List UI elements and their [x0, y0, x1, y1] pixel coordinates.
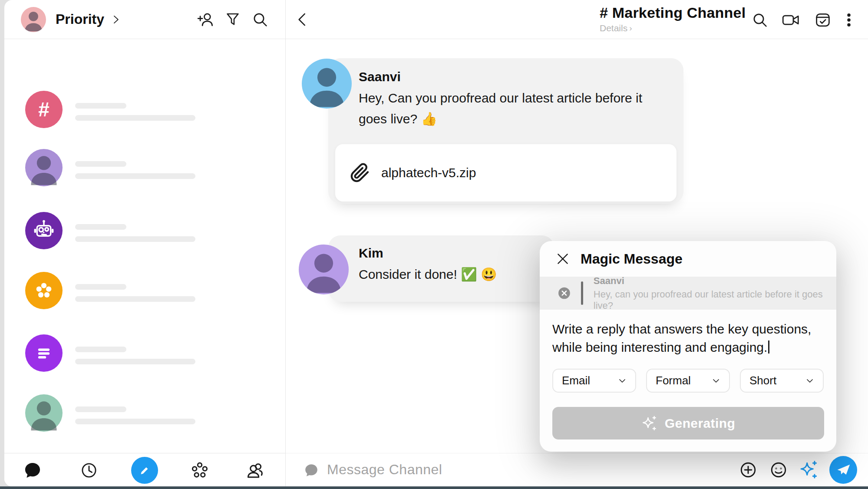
- remove-quote-icon[interactable]: [557, 286, 571, 301]
- hash-channel-avatar: #: [25, 91, 63, 128]
- emoji-icon[interactable]: [769, 461, 788, 479]
- list-item-channel[interactable]: #: [25, 91, 268, 128]
- compose-active-circle: [131, 457, 158, 484]
- list-item-app[interactable]: [25, 272, 268, 309]
- skeleton-subtitle: [75, 359, 195, 364]
- person-silhouette-icon: [21, 7, 46, 32]
- tab-history[interactable]: [72, 453, 106, 486]
- skeleton-title: [75, 284, 126, 290]
- search-icon[interactable]: [751, 11, 769, 29]
- clock-icon: [80, 461, 98, 479]
- attachment-card[interactable]: alphatech-v5.zip: [335, 144, 677, 202]
- feed-avatar: [25, 334, 63, 372]
- tab-compose[interactable]: [127, 453, 162, 486]
- sparkles-icon: [641, 415, 658, 432]
- skeleton-title: [75, 161, 126, 167]
- person-avatar: [25, 394, 63, 432]
- send-button[interactable]: [829, 456, 857, 484]
- video-call-icon[interactable]: [781, 11, 801, 29]
- paperclip-icon: [350, 163, 370, 183]
- robot-avatar: [25, 212, 63, 249]
- attachment-filename: alphatech-v5.zip: [381, 165, 476, 180]
- format-dropdown[interactable]: Email: [552, 369, 636, 393]
- person-silhouette-icon: [302, 59, 352, 109]
- chat-area: Saanvi Hey, Can you proofread our latest…: [286, 39, 868, 453]
- person-avatar: [25, 149, 63, 186]
- message-text: Hey, Can you proofread our latest articl…: [359, 88, 670, 129]
- skeleton-subtitle: [75, 115, 195, 121]
- filter-icon[interactable]: [224, 11, 241, 28]
- paper-plane-icon: [835, 462, 851, 478]
- magic-panel-title: Magic Message: [581, 251, 683, 267]
- person-silhouette-icon: [25, 149, 63, 186]
- list-item-bot[interactable]: [25, 212, 268, 249]
- app-window: Priority #: [4, 0, 868, 486]
- person-silhouette-icon: [25, 394, 63, 432]
- list-item-person[interactable]: [25, 149, 268, 186]
- message-author: Saanvi: [359, 69, 670, 84]
- option-row: Email Formal Short: [552, 369, 836, 393]
- message-bubble-icon: [304, 463, 319, 478]
- message-bubble: Kim Consider it done! ✅ 😃: [328, 235, 554, 302]
- prompt-input[interactable]: Write a reply that answers the key quest…: [552, 320, 824, 357]
- chevron-down-icon: [805, 376, 815, 386]
- tab-apps[interactable]: [182, 453, 217, 486]
- message-composer[interactable]: Message Channel: [286, 453, 868, 486]
- app-screen: Priority #: [0, 0, 868, 489]
- quoted-message: Saanvi Hey, can you proofread our latest…: [540, 277, 836, 310]
- add-person-icon[interactable]: [197, 11, 214, 28]
- kebab-menu-icon[interactable]: [840, 11, 858, 29]
- list-item-feed[interactable]: [25, 334, 268, 372]
- dots-cluster-icon: [190, 461, 209, 480]
- search-icon[interactable]: [251, 11, 269, 28]
- message-bubble: Saanvi Hey, Can you proofread our latest…: [328, 58, 683, 204]
- message-author: Kim: [359, 246, 541, 261]
- sparkles-icon[interactable]: [799, 460, 819, 480]
- feed-lines-icon: [32, 341, 56, 365]
- quote-bar: [581, 281, 583, 305]
- sidebar-tabbar: [4, 453, 285, 486]
- quote-text: Hey, can you proofread our latest articl…: [594, 289, 836, 311]
- bottom-accent-strip: [0, 486, 868, 489]
- chevron-right-icon[interactable]: [110, 14, 122, 25]
- tasks-icon[interactable]: [814, 11, 832, 29]
- magic-panel-header: Magic Message: [540, 241, 836, 277]
- sidebar-header: Priority: [4, 0, 285, 39]
- user-avatar[interactable]: [21, 7, 46, 32]
- skeleton-subtitle: [75, 236, 195, 242]
- list-item-person[interactable]: [25, 394, 268, 432]
- tone-dropdown[interactable]: Formal: [646, 369, 730, 393]
- skeleton-title: [75, 103, 126, 109]
- chevron-down-icon: [711, 376, 721, 386]
- skeleton-title: [75, 406, 126, 412]
- chat-bubble-icon: [23, 461, 42, 479]
- message-avatar-kim[interactable]: [299, 244, 349, 294]
- skeleton-subtitle: [75, 173, 195, 179]
- magic-message-panel: Magic Message Saanvi Hey, can you proofr…: [540, 241, 836, 452]
- plus-icon[interactable]: [739, 461, 757, 479]
- pencil-icon: [137, 463, 152, 478]
- skeleton-title: [75, 224, 126, 230]
- conversation-list: #: [4, 39, 285, 453]
- robot-icon: [32, 218, 56, 243]
- composer-placeholder[interactable]: Message Channel: [327, 462, 442, 478]
- skeleton-subtitle: [75, 296, 195, 302]
- dots-flower-icon: [32, 278, 56, 303]
- skeleton-subtitle: [75, 419, 195, 424]
- person-silhouette-icon: [299, 244, 349, 294]
- people-icon: [246, 461, 265, 480]
- text-cursor: [768, 340, 769, 354]
- generating-button[interactable]: Generating: [552, 407, 824, 439]
- quote-author: Saanvi: [594, 275, 836, 287]
- length-dropdown[interactable]: Short: [740, 369, 824, 393]
- skeleton-title: [75, 347, 126, 352]
- message-text: Consider it done! ✅ 😃: [359, 264, 541, 285]
- tab-chats[interactable]: [15, 453, 50, 486]
- message-avatar-saanvi[interactable]: [302, 59, 352, 109]
- tab-contacts[interactable]: [238, 453, 273, 486]
- sidebar-title[interactable]: Priority: [56, 11, 104, 27]
- channel-header: # Marketing Channel Details ›: [286, 0, 868, 39]
- close-icon[interactable]: [555, 251, 570, 266]
- dots-flower-avatar: [25, 272, 63, 309]
- chevron-down-icon: [617, 376, 627, 386]
